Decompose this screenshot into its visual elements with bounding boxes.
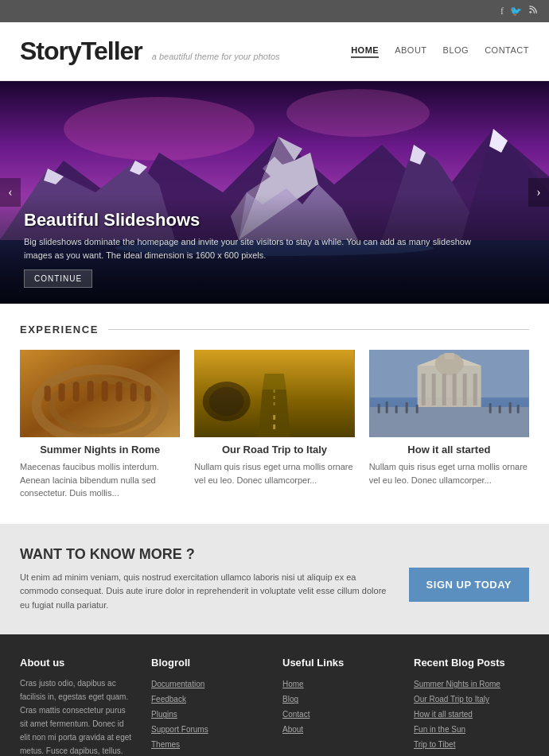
svg-rect-52 [415, 405, 418, 413]
footer-post-italy[interactable]: Our Road Trip to Italy [414, 692, 529, 707]
svg-point-34 [209, 387, 244, 416]
cta-body: Ut enim ad minim veniam, quis nostrud ex… [20, 571, 393, 613]
footer-about: About us Cras justo odio, dapibus ac fac… [20, 657, 135, 756]
svg-rect-53 [489, 403, 491, 413]
footer-post-rome[interactable]: Summer Nights in Rome [414, 677, 529, 692]
footer-useful-contact[interactable]: Contact [282, 707, 398, 722]
svg-rect-25 [116, 382, 123, 401]
slide-continue-button[interactable]: CONTINUE [24, 269, 92, 288]
footer-useful-links: Useful Links Home Blog Contact About [282, 657, 398, 756]
svg-rect-20 [45, 386, 51, 401]
rss-icon[interactable] [528, 6, 537, 17]
svg-rect-43 [442, 374, 446, 405]
nav-home[interactable]: HOME [351, 45, 379, 58]
cta-title: WANT TO KNOW MORE ? [20, 546, 393, 563]
svg-rect-21 [59, 383, 65, 401]
card-plaza-image[interactable] [369, 350, 529, 437]
svg-rect-40 [444, 353, 454, 359]
footer-link-documentation[interactable]: Documentation [151, 677, 267, 692]
svg-rect-42 [431, 374, 435, 405]
svg-point-3 [286, 89, 430, 137]
cta-text-area: WANT TO KNOW MORE ? Ut enim ad minim ven… [20, 546, 393, 613]
card-plaza-text: Nullam quis risus eget urna mollis ornar… [369, 460, 529, 487]
top-bar: f 🐦 [0, 0, 549, 22]
svg-rect-23 [88, 381, 94, 401]
svg-rect-55 [508, 402, 511, 413]
nav-contact[interactable]: CONTACT [485, 45, 529, 58]
svg-rect-45 [462, 374, 466, 405]
svg-rect-56 [516, 405, 519, 413]
card-rome-text: Maecenas faucibus mollis interdum. Aenea… [20, 460, 180, 500]
site-logo[interactable]: StoryTeller [20, 37, 142, 66]
card-road-image[interactable] [194, 350, 354, 437]
svg-rect-50 [395, 405, 397, 413]
svg-rect-47 [369, 407, 528, 437]
card-road-text: Nullam quis risus eget urna mollis ornar… [194, 460, 354, 487]
footer-useful-home[interactable]: Home [282, 677, 398, 692]
svg-point-0 [529, 10, 531, 13]
svg-rect-22 [73, 382, 80, 401]
svg-rect-26 [130, 383, 137, 401]
slide-next-button[interactable]: › [528, 178, 549, 207]
slideshow: ‹ › Beautiful Slideshows Big slideshows … [0, 81, 549, 304]
footer-about-text: Cras justo odio, dapibus ac facilisis in… [20, 677, 135, 756]
svg-marker-30 [263, 374, 286, 390]
cta-signup-button[interactable]: SIGN UP TODAY [409, 568, 529, 602]
footer-about-title: About us [20, 657, 135, 669]
card-road: Our Road Trip to Italy Nullam quis risus… [194, 350, 354, 500]
svg-rect-27 [145, 386, 151, 401]
cta-section: WANT TO KNOW MORE ? Ut enim ad minim ven… [0, 524, 549, 635]
footer-recent-title: Recent Blog Posts [414, 657, 529, 669]
twitter-icon[interactable]: 🐦 [510, 6, 522, 17]
footer-post-sun[interactable]: Fun in the Sun [414, 722, 529, 737]
card-plaza: How it all started Nullam quis risus ege… [369, 350, 529, 500]
svg-rect-48 [377, 404, 380, 413]
slide-description: Big slideshows dominate the homepage and… [24, 235, 485, 262]
card-road-title[interactable]: Our Road Trip to Italy [194, 444, 354, 456]
card-plaza-title[interactable]: How it all started [369, 444, 529, 456]
site-header: StoryTeller a beautiful theme for your p… [0, 22, 549, 81]
footer-useful-title: Useful Links [282, 657, 398, 669]
footer-blogroll-title: Blogroll [151, 657, 267, 669]
footer-link-plugins[interactable]: Plugins [151, 707, 267, 722]
footer-useful-blog[interactable]: Blog [282, 692, 398, 707]
experience-section: EXPERIENCE [0, 304, 549, 524]
footer-useful-about[interactable]: About [282, 722, 398, 737]
footer-post-tibet[interactable]: Trip to Tibet [414, 737, 529, 752]
card-rome: Summer Nights in Rome Maecenas faucibus … [20, 350, 180, 500]
svg-rect-54 [498, 405, 500, 413]
svg-rect-49 [385, 401, 387, 413]
footer-link-support[interactable]: Support Forums [151, 722, 267, 737]
site-tagline: a beautiful theme for your photos [152, 52, 280, 61]
footer-link-themes[interactable]: Themes [151, 737, 267, 752]
card-rome-title[interactable]: Summer Nights in Rome [20, 444, 180, 456]
footer-blogroll: Blogroll Documentation Feedback Plugins … [151, 657, 267, 756]
slide-title: Beautiful Slideshows [24, 210, 525, 231]
svg-rect-44 [452, 374, 456, 405]
facebook-icon[interactable]: f [500, 6, 504, 17]
section-divider [108, 329, 529, 330]
section-header: EXPERIENCE [20, 324, 529, 335]
nav-about[interactable]: ABOUT [395, 45, 426, 58]
svg-rect-41 [421, 374, 425, 405]
slideshow-overlay: Beautiful Slideshows Big slideshows domi… [0, 194, 549, 304]
nav-blog[interactable]: BLOG [443, 45, 469, 58]
experience-title: EXPERIENCE [20, 324, 99, 335]
svg-rect-46 [473, 374, 477, 405]
footer-recent-posts: Recent Blog Posts Summer Nights in Rome … [414, 657, 529, 756]
site-footer: About us Cras justo odio, dapibus ac fac… [0, 634, 549, 756]
cards-grid: Summer Nights in Rome Maecenas faucibus … [20, 350, 529, 500]
slide-prev-button[interactable]: ‹ [0, 178, 21, 207]
card-rome-image[interactable] [20, 350, 180, 437]
logo-area: StoryTeller a beautiful theme for your p… [20, 37, 280, 66]
main-nav: HOME ABOUT BLOG CONTACT [351, 45, 529, 58]
footer-post-started[interactable]: How it all started [414, 707, 529, 722]
svg-rect-51 [405, 402, 407, 413]
svg-point-2 [64, 97, 255, 161]
svg-rect-24 [102, 381, 108, 401]
footer-link-feedback[interactable]: Feedback [151, 692, 267, 707]
footer-grid: About us Cras justo odio, dapibus ac fac… [20, 657, 529, 756]
